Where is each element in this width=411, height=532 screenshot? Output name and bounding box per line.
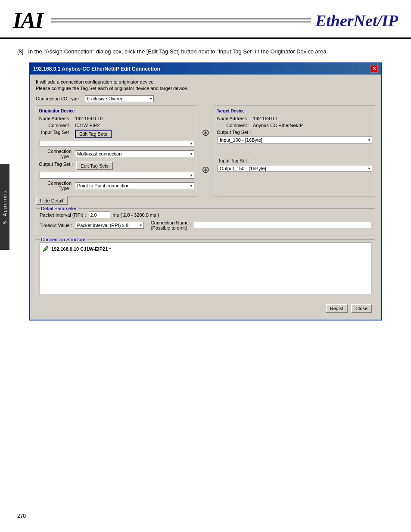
- target-input-tag-select[interactable]: Output_150 - [16Byte]: [218, 165, 372, 172]
- target-output-tag-select[interactable]: Input_100 - [16Byte]: [218, 137, 372, 143]
- target-output-tag-row: Output Tag Set :: [217, 130, 372, 135]
- intro-number: [8]: [17, 48, 23, 55]
- timeout-select-wrapper[interactable]: Packet Interval (RPI) x 8: [75, 222, 144, 229]
- orig-comment-label: Comment :: [39, 123, 73, 128]
- arrow-right-icon: ⊛: [202, 127, 209, 138]
- orig-output-tag-edit-button[interactable]: Edit Tag Sets: [76, 162, 113, 170]
- orig-input-tag-label: Input Tag Set :: [39, 130, 73, 135]
- conn-name-input[interactable]: [194, 222, 371, 229]
- orig-node-value: 192.168.0.10: [75, 116, 103, 121]
- orig-output-conn-type-select-wrapper[interactable]: Point to Point connection: [75, 182, 194, 189]
- orig-input-tag-select-wrapper[interactable]: [40, 140, 194, 147]
- target-title: Target Device: [217, 109, 372, 113]
- orig-input-conn-type-row: ConnectionType : Multi-cast connection: [39, 149, 194, 159]
- dialog-titlebar: 192.168.0.1 Anybus-CC EtherNet/IP Edit C…: [30, 63, 381, 75]
- orig-output-tag-dropdown-row: [39, 172, 194, 179]
- dialog-description: It will add a connection configuration t…: [36, 79, 375, 92]
- rpi-row: Packet Interval (RPI) : ms { 2.0 - 3200.…: [40, 212, 371, 218]
- mid-arrows: ⊛ ⊛: [199, 106, 212, 196]
- target-node-value: 192.168.0.1: [253, 116, 278, 121]
- conn-name-label: Connection Name :(Possible to omit): [151, 220, 191, 230]
- orig-comment-value: CJ1W-EIP21: [75, 123, 102, 128]
- logo-iai: IAI: [13, 8, 43, 33]
- orig-node-row: Node Address : 192.168.0.10: [39, 116, 194, 121]
- side-tab: 5. Appendix: [0, 164, 9, 250]
- target-input-tag-select-wrapper[interactable]: Output_150 - [16Byte]: [218, 165, 372, 172]
- conn-structure-section: Connection Structure 🖊 192.168.0.10 CJ1W…: [36, 240, 375, 298]
- main-content: [8] In the "Assign Connection" dialog bo…: [0, 41, 411, 329]
- target-output-tag-dropdown-row: Input_100 - [16Byte]: [217, 137, 372, 143]
- target-node-row: Node Address : 192.168.0.1: [217, 116, 372, 121]
- conn-structure-item: 🖊 192.168.0.10 CJ1W-EIP21 *: [43, 246, 368, 252]
- target-comment-row: Comment : Anybus-CC EtherNet/IP: [217, 123, 372, 128]
- timeout-row: Timeout Value : Packet Interval (RPI) x …: [40, 220, 371, 230]
- target-node-label: Node Address :: [217, 116, 251, 121]
- target-output-tag-select-wrapper[interactable]: Input_100 - [16Byte]: [218, 137, 372, 143]
- rpi-unit: ms { 2.0 - 3200.0 ms }: [113, 212, 159, 218]
- rpi-input[interactable]: [89, 212, 110, 218]
- page-number: 270: [17, 513, 26, 519]
- intro-paragraph: [8] In the "Assign Connection" dialog bo…: [17, 47, 394, 56]
- orig-input-tag-row: Input Tag Set : Edit Tag Sets: [39, 130, 194, 138]
- target-comment-label: Comment :: [217, 123, 251, 128]
- orig-input-conn-type-select[interactable]: Multi-cast connection: [75, 150, 194, 157]
- conn-structure-box: 🖊 192.168.0.10 CJ1W-EIP21 *: [40, 243, 371, 294]
- dialog-desc-line1: It will add a connection configuration t…: [36, 79, 375, 85]
- orig-output-conn-type-row: ConnectionType : Point to Point connecti…: [39, 180, 194, 191]
- rpi-label: Packet Interval (RPI) :: [40, 212, 86, 218]
- dialog-body: It will add a connection configuration t…: [30, 75, 381, 320]
- regist-button[interactable]: Regist: [326, 304, 348, 313]
- target-comment-value: Anybus-CC EtherNet/IP: [253, 123, 303, 128]
- target-output-tag-label: Output Tag Set :: [217, 130, 252, 135]
- orig-input-conn-type-select-wrapper[interactable]: Multi-cast connection: [75, 150, 194, 157]
- timeout-select[interactable]: Packet Interval (RPI) x 8: [75, 222, 144, 229]
- logo-lines: [47, 19, 315, 22]
- orig-output-tag-label: Output Tag Set :: [39, 162, 75, 167]
- target-input-tag-dropdown-row: Output_150 - [16Byte]: [217, 165, 372, 172]
- dialog-title: 192.168.0.1 Anybus-CC EtherNet/IP Edit C…: [33, 66, 160, 72]
- edit-connection-dialog: 192.168.0.1 Anybus-CC EtherNet/IP Edit C…: [29, 62, 382, 321]
- detail-param-title: Detail Parameter: [40, 206, 78, 211]
- dialog-close-button[interactable]: ✕: [370, 65, 378, 73]
- connection-io-label: Connection I/O Type :: [36, 96, 81, 101]
- conn-structure-icon: 🖊: [43, 246, 49, 252]
- hide-detail-row: Hide Detail: [36, 196, 375, 205]
- target-input-tag-row: Input Tag Set :: [217, 158, 372, 163]
- connection-io-select[interactable]: Exclusive Owner: [85, 95, 154, 102]
- orig-output-conn-type-label: ConnectionType :: [39, 180, 73, 191]
- dialog-footer: Regist Close: [36, 302, 375, 315]
- brand-name: EtherNet/IP: [315, 11, 398, 30]
- logo-area: IAI: [13, 8, 315, 33]
- target-input-tag-label: Input Tag Set :: [217, 158, 251, 163]
- orig-input-tag-edit-button[interactable]: Edit Tag Sets: [75, 130, 112, 138]
- timeout-label: Timeout Value :: [40, 223, 72, 228]
- orig-comment-row: Comment : CJ1W-EIP21: [39, 123, 194, 128]
- orig-input-tag-select[interactable]: [40, 140, 194, 147]
- dialog-desc-line2: Please configure the Tag Set each of ori…: [36, 85, 375, 92]
- header: IAI EtherNet/IP: [0, 0, 411, 39]
- target-panel: Target Device Node Address : 192.168.0.1…: [214, 106, 375, 196]
- connection-io-select-wrapper[interactable]: Exclusive Owner: [85, 95, 154, 102]
- close-button[interactable]: Close: [351, 304, 372, 313]
- originator-title: Originator Device: [39, 109, 194, 113]
- arrow-left-icon: ⊛: [202, 164, 209, 175]
- device-panels: Originator Device Node Address : 192.168…: [36, 106, 375, 196]
- orig-output-tag-select-wrapper[interactable]: [40, 172, 194, 179]
- orig-output-tag-select[interactable]: [40, 172, 194, 179]
- side-tab-label: 5. Appendix: [2, 190, 7, 224]
- connection-io-row: Connection I/O Type : Exclusive Owner: [36, 95, 375, 102]
- conn-structure-title: Connection Structure: [40, 237, 87, 242]
- orig-input-conn-type-label: ConnectionType :: [39, 149, 73, 159]
- conn-structure-label: 192.168.0.10 CJ1W-EIP21 *: [51, 246, 111, 252]
- orig-output-conn-type-select[interactable]: Point to Point connection: [75, 182, 194, 189]
- detail-param-section: Detail Parameter Packet Interval (RPI) :…: [36, 208, 375, 236]
- orig-node-label: Node Address :: [39, 116, 73, 121]
- logo-line-top: [51, 19, 311, 19]
- logo-line-bottom: [51, 22, 311, 22]
- hide-detail-button[interactable]: Hide Detail: [36, 196, 68, 205]
- intro-text: In the "Assign Connection" dialog box, c…: [28, 48, 328, 55]
- originator-panel: Originator Device Node Address : 192.168…: [36, 106, 197, 196]
- orig-output-tag-row: Output Tag Set : Edit Tag Sets: [39, 162, 194, 170]
- orig-input-tag-dropdown-row: [39, 140, 194, 147]
